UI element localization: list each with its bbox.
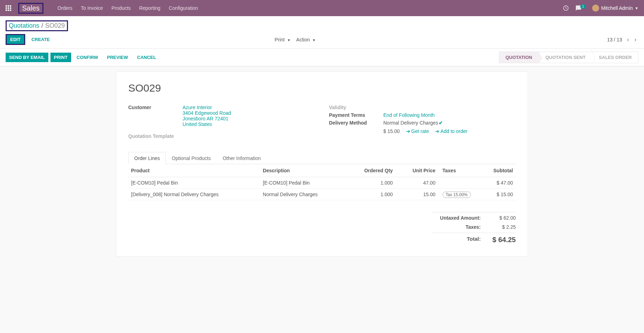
col-description: Description [260,164,353,177]
cell-taxes: Tax 15.00% [438,189,477,200]
tab-order-lines[interactable]: Order Lines [128,152,166,164]
main-menu: Orders To Invoice Products Reporting Con… [57,5,563,11]
chat-count-badge: 1 [580,4,586,9]
delivery-cost: $ 15.00 [383,128,400,134]
col-product: Product [128,164,260,177]
print-dropdown[interactable]: Print ▼ [275,37,291,42]
status-stages: QUOTATION QUOTATION SENT SALES ORDER [499,52,638,63]
menu-products[interactable]: Products [111,5,131,11]
tab-other-information[interactable]: Other Information [217,152,267,164]
cell-price: 15.00 [396,189,438,200]
app-title[interactable]: Sales [18,3,43,14]
breadcrumb-separator: / [41,22,43,29]
breadcrumb-root[interactable]: Quotations [9,22,39,29]
label-delivery-method: Delivery Method [329,120,383,126]
user-name: Mitchell Admin [601,5,633,11]
breadcrumb: Quotations / SO029 [6,20,68,31]
confirm-button[interactable]: CONFIRM [73,53,102,62]
apps-icon[interactable] [6,5,11,11]
activity-icon[interactable] [563,5,569,11]
edit-button-highlight: EDIT [6,34,25,45]
record-title: SO029 [128,82,516,94]
taxes-value: $ 2.25 [488,224,516,230]
cancel-button[interactable]: CANCEL [133,53,159,62]
stage-quotation-sent[interactable]: QUOTATION SENT [539,52,592,63]
chat-icon[interactable]: 1 [575,5,586,11]
col-taxes: Taxes [438,164,477,177]
breadcrumb-current: SO029 [45,22,65,29]
cell-qty: 1.000 [353,177,396,189]
total-value: $ 64.25 [488,236,516,244]
add-to-order-link[interactable]: Add to order [440,128,467,134]
customer-link[interactable]: Azure Interior [183,105,212,110]
send-email-button[interactable]: SEND BY EMAIL [6,53,48,62]
get-rate-link[interactable]: Get rate [411,128,429,134]
totals: Untaxed Amount: $ 62.00 Taxes: $ 2.25 To… [128,211,516,246]
caret-down-icon: ▼ [312,38,316,42]
caret-down-icon: ▼ [287,38,290,42]
avatar [592,5,599,12]
status-bar: SEND BY EMAIL PRINT CONFIRM PREVIEW CANC… [0,49,644,66]
customer-country: United States [183,121,212,127]
print-button[interactable]: PRINT [50,53,71,62]
pager-next-icon[interactable]: › [632,35,638,44]
cell-description: Normal Delivery Charges [260,189,353,200]
payment-terms-link[interactable]: End of Following Month [383,112,434,118]
label-customer: Customer [128,105,183,110]
menu-to-invoice[interactable]: To Invoice [81,5,103,11]
taxes-label: Taxes: [432,224,488,230]
navbar-right: 1 Mitchell Admin ▼ [563,5,638,12]
cell-taxes [438,177,477,189]
col-unit-price: Unit Price [396,164,438,177]
create-button[interactable]: CREATE [28,35,53,44]
untaxed-label: Untaxed Amount: [432,215,488,221]
edit-button[interactable]: EDIT [7,35,24,44]
label-validity: Validity [329,105,383,110]
customer-street: 3404 Edgewood Road [183,110,231,116]
preview-button[interactable]: PREVIEW [103,53,131,62]
customer-city: Jonesboro AR 72401 [183,116,228,121]
control-bar: Quotations / SO029 EDIT CREATE Print ▼ A… [0,16,644,49]
cell-qty: 1.000 [353,189,396,200]
tabs: Order Lines Optional Products Other Info… [128,152,516,164]
col-subtotal: Subtotal [477,164,516,177]
order-lines-table: Product Description Ordered Qty Unit Pri… [128,164,516,200]
menu-reporting[interactable]: Reporting [139,5,160,11]
menu-configuration[interactable]: Configuration [169,5,198,11]
user-menu[interactable]: Mitchell Admin ▼ [592,5,638,12]
cell-subtotal: $ 47.00 [477,177,516,189]
pager-prev-icon[interactable]: ‹ [625,35,631,44]
cell-subtotal: $ 15.00 [477,189,516,200]
delivery-method-value: Normal Delivery Charges [383,120,438,126]
pager-text: 13 / 13 [607,37,622,42]
tax-badge: Tax 15.00% [443,192,471,198]
table-row[interactable]: [Delivery_008] Normal Delivery Charges N… [128,189,516,200]
action-dropdown[interactable]: Action ▼ [296,37,316,42]
tab-optional-products[interactable]: Optional Products [166,152,217,164]
label-quotation-template: Quotation Template [128,133,183,139]
caret-down-icon: ▼ [635,6,638,10]
cell-product: [Delivery_008] Normal Delivery Charges [128,189,260,200]
col-qty: Ordered Qty [353,164,396,177]
cell-description: [E-COM10] Pedal Bin [260,177,353,189]
untaxed-value: $ 62.00 [488,215,516,221]
arrow-right-icon: ➔ [435,128,439,134]
total-label: Total: [432,236,488,244]
label-payment-terms: Payment Terms [329,112,383,118]
top-navbar: Sales Orders To Invoice Products Reporti… [0,0,644,16]
menu-orders[interactable]: Orders [57,5,73,11]
stage-sales-order[interactable]: SALES ORDER [592,52,638,63]
cell-price: 47.00 [396,177,438,189]
cell-product: [E-COM10] Pedal Bin [128,177,260,189]
table-row[interactable]: [E-COM10] Pedal Bin [E-COM10] Pedal Bin … [128,177,516,189]
pager: 13 / 13 ‹ › [607,36,638,43]
stage-quotation[interactable]: QUOTATION [499,52,539,63]
arrow-right-icon: ➔ [406,128,410,134]
form-sheet: SO029 Customer Azure Interior 3404 Edgew… [116,71,528,257]
check-icon: ✔ [439,120,443,126]
